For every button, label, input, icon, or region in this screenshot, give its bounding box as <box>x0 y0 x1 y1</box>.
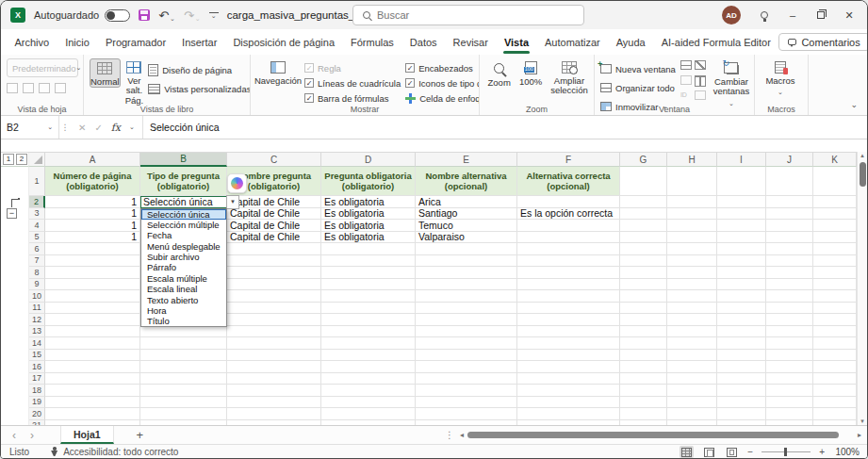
cell-J18[interactable] <box>766 385 813 397</box>
cell-A7[interactable] <box>45 255 140 268</box>
cell-F11[interactable] <box>517 303 620 315</box>
cell-D20[interactable] <box>321 408 416 420</box>
cell-F10[interactable] <box>517 290 620 303</box>
cell-A13[interactable] <box>45 326 140 338</box>
dropdown-item[interactable]: Escala lineal <box>141 284 226 294</box>
row-header-18[interactable]: 18 <box>29 385 45 397</box>
cell-K2[interactable] <box>813 196 857 208</box>
page-layout-button[interactable]: Diseño de página <box>148 61 251 78</box>
new-window-button[interactable]: Nueva ventana <box>600 60 676 77</box>
cell-F14[interactable] <box>517 337 620 350</box>
cell-C17[interactable] <box>227 373 321 385</box>
row-header-20[interactable]: 20 <box>29 408 45 420</box>
cell-D6[interactable] <box>321 243 416 255</box>
cell-K17[interactable] <box>813 373 857 385</box>
tab-disposici-n-de-p-gina[interactable]: Disposición de página <box>225 29 343 55</box>
cell-G9[interactable] <box>620 279 667 291</box>
cell-I6[interactable] <box>717 243 766 255</box>
close-button[interactable]: ✕ <box>835 1 863 29</box>
cell-I2[interactable] <box>717 196 766 208</box>
formula-input[interactable]: Selección única <box>143 116 867 139</box>
cell-C11[interactable] <box>227 303 321 315</box>
cell-I16[interactable] <box>717 361 766 373</box>
horizontal-scroll-thumb[interactable] <box>467 432 839 438</box>
comments-button[interactable]: Comentarios <box>778 33 868 51</box>
tab-ai-aided-formula-editor[interactable]: AI-aided Formula Editor <box>653 29 778 55</box>
zoom-slider-thumb[interactable] <box>784 448 787 456</box>
cell-D4[interactable]: Es obligatoria <box>321 220 416 232</box>
cell-I5[interactable] <box>717 232 766 244</box>
prev-sheet-icon[interactable]: ‹ <box>12 429 16 442</box>
cell-D13[interactable] <box>321 326 416 338</box>
cell-K6[interactable] <box>813 243 857 255</box>
column-header-K[interactable]: K <box>813 153 857 167</box>
cell-E4[interactable]: Temuco <box>416 220 517 232</box>
cell-D10[interactable] <box>321 290 416 303</box>
cell-J2[interactable] <box>766 196 813 208</box>
cell-A20[interactable] <box>45 408 140 420</box>
cancel-icon[interactable]: ✕ <box>78 123 86 133</box>
cell-H12[interactable] <box>667 314 717 326</box>
drag-handle-icon[interactable]: ⋮ <box>59 116 71 139</box>
cell-F6[interactable] <box>517 243 620 255</box>
custom-views-button[interactable]: Vistas personalizadas <box>148 80 251 97</box>
cell-F19[interactable] <box>517 397 620 409</box>
cell-H15[interactable] <box>667 350 717 362</box>
cell-H9[interactable] <box>667 279 717 291</box>
cell-J11[interactable] <box>766 303 813 315</box>
cell-D16[interactable] <box>321 361 416 373</box>
outline-level-1-button[interactable]: 1 <box>3 154 14 165</box>
tab-programador[interactable]: Programador <box>97 29 173 55</box>
cell-E6[interactable] <box>416 243 517 255</box>
cell-I14[interactable] <box>717 337 766 350</box>
cell-F18[interactable] <box>517 385 620 397</box>
cell-B2[interactable]: Selección única▼ <box>140 196 227 208</box>
minimize-button[interactable]: – <box>778 1 807 29</box>
cell-G2[interactable] <box>620 196 667 208</box>
cell-C10[interactable] <box>227 290 321 303</box>
arrange-all-button[interactable]: Organizar todo <box>600 79 676 96</box>
sheet-tab-hoja1[interactable]: Hoja1 <box>60 426 114 444</box>
zoom-in-button[interactable]: + <box>819 447 825 457</box>
cell-I3[interactable] <box>717 208 766 221</box>
next-sheet-icon[interactable]: › <box>30 429 34 442</box>
scroll-left-icon[interactable]: ◂ <box>460 431 464 439</box>
cell-C5[interactable]: Capital de Chile <box>227 232 321 244</box>
dropdown-item[interactable]: Hora <box>141 305 226 316</box>
cell-I1[interactable] <box>717 167 766 196</box>
cell-K4[interactable] <box>813 220 857 232</box>
cell-K14[interactable] <box>813 337 857 350</box>
cell-H16[interactable] <box>667 361 717 373</box>
cell-E2[interactable]: Arica <box>416 196 517 208</box>
dropdown-item[interactable]: Fecha <box>141 230 226 240</box>
cell-F8[interactable] <box>517 267 620 279</box>
dropdown-item[interactable]: Título <box>141 316 226 326</box>
column-header-J[interactable]: J <box>766 153 813 167</box>
checkbox-l-neas-de-cuadr-cula[interactable]: ✓Líneas de cuadrícula <box>304 75 401 90</box>
cell-K3[interactable] <box>813 208 857 221</box>
cell-A18[interactable] <box>45 385 140 397</box>
cell-J10[interactable] <box>766 290 813 303</box>
zoom-percentage[interactable]: 100% <box>833 447 860 457</box>
checkbox-regla[interactable]: ✓Regla <box>304 60 401 75</box>
zoom-to-selection-button[interactable]: Ampliar selección <box>549 58 590 96</box>
vertical-scroll-thumb[interactable] <box>860 162 866 187</box>
tab-ayuda[interactable]: Ayuda <box>608 29 653 55</box>
cell-F4[interactable] <box>517 220 620 232</box>
row-header-3[interactable]: 3 <box>29 208 45 221</box>
cell-G20[interactable] <box>620 408 667 420</box>
cell-H11[interactable] <box>667 303 717 315</box>
zoom-out-button[interactable]: − <box>747 447 753 457</box>
cell-J5[interactable] <box>766 232 813 244</box>
cell-H5[interactable] <box>667 232 717 244</box>
cell-C6[interactable] <box>227 243 321 255</box>
outline-level-2-button[interactable]: 2 <box>16 154 27 165</box>
cell-C13[interactable] <box>227 326 321 338</box>
cell-G14[interactable] <box>620 337 667 350</box>
tab-datos[interactable]: Datos <box>401 29 445 55</box>
cell-I4[interactable] <box>717 220 766 232</box>
cell-H8[interactable] <box>667 267 717 279</box>
dropdown-item[interactable]: Párrafo <box>141 262 226 272</box>
cell-K9[interactable] <box>813 279 857 291</box>
status-page-break-button[interactable] <box>725 446 739 458</box>
